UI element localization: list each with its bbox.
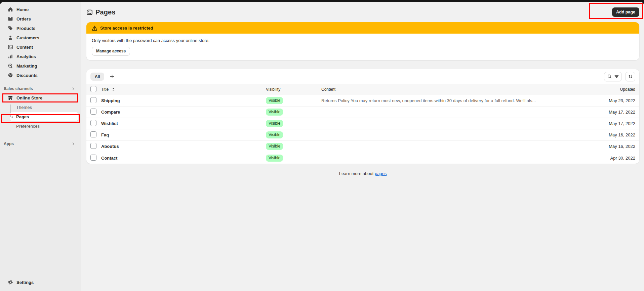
sidebar-item-label: Home xyxy=(16,7,29,12)
row-checkbox[interactable] xyxy=(90,120,96,126)
sales-channels-header[interactable]: Sales channels xyxy=(0,84,81,93)
sidebar-item-label: Online Store xyxy=(16,95,42,100)
sidebar-item-label: Preferences xyxy=(16,124,40,129)
sidebar-item-label: Products xyxy=(16,26,35,31)
sidebar-item-analytics[interactable]: Analytics xyxy=(0,52,81,61)
banner-title: Store access is restricted xyxy=(100,26,153,31)
store-icon xyxy=(8,95,13,100)
select-all-checkbox[interactable] xyxy=(90,86,96,92)
chevron-right-icon xyxy=(71,86,76,91)
row-checkbox[interactable] xyxy=(90,155,96,161)
orders-icon xyxy=(8,16,13,22)
table-row[interactable]: Aboutus Visible May 16, 2022 xyxy=(86,141,639,152)
search-icon xyxy=(607,74,612,79)
gear-icon xyxy=(8,280,13,285)
table-row[interactable]: Compare Visible May 17, 2022 xyxy=(86,107,639,118)
warning-icon xyxy=(92,25,97,31)
row-title: Aboutus xyxy=(101,144,266,149)
row-updated: May 17, 2022 xyxy=(585,121,635,126)
sort-button[interactable] xyxy=(625,72,635,81)
sidebar-item-products[interactable]: Products xyxy=(0,24,81,33)
sidebar-item-label: Marketing xyxy=(16,64,37,69)
sidebar: Home Orders Products Customers xyxy=(0,2,81,291)
row-title: Contact xyxy=(101,156,266,161)
page-title: Pages xyxy=(95,8,115,16)
row-checkbox[interactable] xyxy=(90,131,96,137)
app-frame: Home Orders Products Customers xyxy=(0,2,644,291)
row-title: Compare xyxy=(101,110,266,115)
status-badge: Visible xyxy=(266,109,283,116)
status-badge: Visible xyxy=(266,97,283,104)
home-icon xyxy=(8,7,13,12)
sidebar-item-online-store[interactable]: Online Store xyxy=(0,93,81,102)
customers-icon xyxy=(8,35,13,40)
sidebar-item-label: Settings xyxy=(16,280,34,285)
apps-header[interactable]: Apps xyxy=(0,139,81,148)
column-header-visibility[interactable]: Visibility xyxy=(266,87,321,92)
tab-all[interactable]: All xyxy=(90,73,104,81)
sidebar-item-marketing[interactable]: Marketing xyxy=(0,61,81,71)
sidebar-item-label: Themes xyxy=(16,105,32,110)
row-updated: May 16, 2022 xyxy=(585,144,635,149)
learn-more-footer: Learn more about pages xyxy=(86,171,639,176)
sidebar-item-themes[interactable]: Themes xyxy=(0,102,81,112)
main-content: Pages Add page Store access is restricte… xyxy=(81,2,644,291)
table-header-row: Title Visibility Content Updated xyxy=(86,84,639,95)
analytics-icon xyxy=(8,54,13,59)
table-row[interactable]: Contact Visible Apr 30, 2022 xyxy=(86,152,639,164)
row-content: Returns Policy You may return most new, … xyxy=(321,98,585,103)
table-tabbar: All xyxy=(86,69,639,84)
chevron-right-icon xyxy=(71,141,76,147)
row-checkbox[interactable] xyxy=(90,143,96,149)
sidebar-item-content[interactable]: Content xyxy=(0,42,81,52)
filter-icon xyxy=(614,74,619,79)
table-row[interactable]: Wishlist Visible May 17, 2022 xyxy=(86,118,639,129)
row-updated: May 16, 2022 xyxy=(585,132,635,137)
status-badge: Visible xyxy=(266,120,283,127)
store-access-banner: Store access is restricted Only visitors… xyxy=(86,22,639,60)
banner-text: Only visitors with the password can acce… xyxy=(92,38,634,43)
row-updated: May 23, 2022 xyxy=(585,98,635,103)
banner-header: Store access is restricted xyxy=(86,22,639,34)
row-checkbox[interactable] xyxy=(90,109,96,115)
manage-access-button[interactable]: Manage access xyxy=(92,47,130,55)
sidebar-item-label: Analytics xyxy=(16,54,36,59)
sidebar-item-customers[interactable]: Customers xyxy=(0,33,81,42)
column-header-updated[interactable]: Updated xyxy=(585,87,635,92)
status-badge: Visible xyxy=(266,155,283,162)
sidebar-nav: Home Orders Products Customers xyxy=(0,2,81,80)
sidebar-item-settings[interactable]: Settings xyxy=(0,278,81,287)
add-view-icon[interactable] xyxy=(108,72,116,81)
sidebar-item-label: Customers xyxy=(16,35,39,40)
row-updated: May 17, 2022 xyxy=(585,110,635,115)
table-row[interactable]: Shipping Visible Returns Policy You may … xyxy=(86,95,639,107)
search-filter-button[interactable] xyxy=(604,72,622,81)
content-icon xyxy=(8,44,13,50)
sidebar-item-label: Discounts xyxy=(16,73,38,78)
table-row[interactable]: Faq Visible May 16, 2022 xyxy=(86,129,639,141)
sidebar-item-orders[interactable]: Orders xyxy=(0,14,81,24)
sidebar-item-home[interactable]: Home xyxy=(0,5,81,14)
pages-help-link[interactable]: pages xyxy=(375,171,387,176)
column-header-title[interactable]: Title xyxy=(101,87,109,92)
sidebar-item-label: Content xyxy=(16,45,33,50)
sidebar-item-pages[interactable]: Pages xyxy=(10,112,78,121)
discounts-icon xyxy=(8,73,13,78)
sub-arrow-icon xyxy=(9,114,14,119)
page-icon xyxy=(86,9,93,15)
sidebar-item-discounts[interactable]: Discounts xyxy=(0,71,81,80)
pages-table-card: All xyxy=(86,69,639,164)
status-badge: Visible xyxy=(266,143,283,150)
sidebar-item-preferences[interactable]: Preferences xyxy=(0,121,81,131)
banner-body: Only visitors with the password can acce… xyxy=(86,34,639,60)
sidebar-item-label: Orders xyxy=(16,16,31,22)
column-header-content[interactable]: Content xyxy=(321,87,585,92)
add-page-button[interactable]: Add page xyxy=(612,7,639,17)
row-title: Faq xyxy=(101,132,266,137)
products-icon xyxy=(8,26,13,31)
row-title: Wishlist xyxy=(101,121,266,126)
status-badge: Visible xyxy=(266,131,283,138)
row-updated: Apr 30, 2022 xyxy=(585,156,635,161)
row-checkbox[interactable] xyxy=(90,97,96,103)
sort-carets-icon xyxy=(111,87,116,92)
